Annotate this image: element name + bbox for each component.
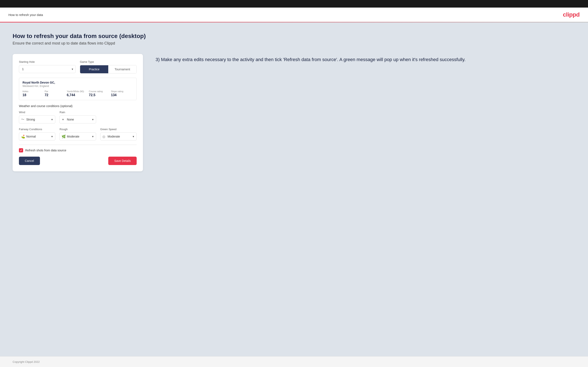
green-speed-label: Green Speed [100, 128, 137, 131]
starting-hole-select[interactable]: 1 [19, 65, 76, 73]
rain-label: Rain [60, 111, 96, 114]
header-title: How to refresh your data [9, 13, 43, 17]
rain-select[interactable]: None [60, 116, 96, 124]
course-info-box: Royal North Devon GC, Westward Ho!, Engl… [19, 78, 137, 100]
course-stat-slope-rating: Slope rating 134 [111, 90, 133, 97]
divider [19, 145, 137, 145]
course-location: Westward Ho!, England [23, 85, 133, 88]
green-speed-select-wrapper: ◎ Moderate [100, 133, 137, 141]
starting-hole-group: Starting Hole 1 [19, 60, 76, 74]
rain-group: Rain ✦ None [60, 111, 96, 124]
instruction-text: 3) Make any extra edits necessary to the… [156, 56, 575, 63]
rough-group: Rough 🌿 Moderate [60, 128, 96, 141]
rough-select[interactable]: Moderate [60, 133, 96, 141]
wind-label: Wind [19, 111, 55, 114]
wind-group: Wind 〜 Strong [19, 111, 55, 124]
cancel-button[interactable]: Cancel [19, 157, 40, 165]
game-type-label: Game Type [80, 60, 137, 63]
course-stat-holes: Holes 18 [23, 90, 44, 97]
fairway-select-wrapper: ⛳ Normal [19, 133, 55, 141]
fairway-label: Fairway Conditions [19, 128, 55, 131]
starting-hole-label: Starting Hole [19, 60, 76, 63]
top-bar [0, 0, 588, 8]
game-type-buttons: Practice Tournament [80, 65, 137, 74]
tournament-button[interactable]: Tournament [108, 65, 137, 73]
footer: Copyright Clippd 2022 [0, 356, 588, 367]
course-stat-holes-value: 18 [23, 93, 44, 97]
form-row-wind-rain: Wind 〜 Strong Rain ✦ None [19, 111, 137, 124]
practice-button[interactable]: Practice [80, 65, 108, 73]
course-stat-yards: Yards/White (M)) 6,744 [67, 90, 89, 97]
course-stat-course-rating: Course rating 72.5 [89, 90, 111, 97]
save-button[interactable]: Save Details [108, 157, 137, 165]
wind-select[interactable]: Strong [19, 116, 55, 124]
course-stat-yards-value: 6,744 [67, 93, 89, 97]
logo: clippd [563, 11, 579, 18]
course-stat-course-rating-label: Course rating [89, 90, 111, 92]
conditions-title: Weather and course conditions (optional) [19, 104, 137, 108]
fairway-group: Fairway Conditions ⛳ Normal [19, 128, 55, 141]
rain-select-wrapper: ✦ None [60, 116, 96, 124]
refresh-checkbox[interactable] [19, 148, 23, 152]
rough-select-wrapper: 🌿 Moderate [60, 133, 96, 141]
form-card: Starting Hole 1 Game Type Practice Tourn… [13, 54, 143, 171]
button-row: Cancel Save Details [19, 157, 137, 165]
course-stat-slope-rating-label: Slope rating [111, 90, 133, 92]
course-stat-holes-label: Holes [23, 90, 44, 92]
course-stat-par-label: Par [44, 90, 67, 92]
header: How to refresh your data clippd [0, 8, 588, 22]
green-speed-group: Green Speed ◎ Moderate [100, 128, 137, 141]
course-stat-par-value: 72 [44, 93, 67, 97]
page-subheading: Ensure the correct and most up to date d… [13, 41, 575, 46]
refresh-checkbox-label: Refresh shots from data source [25, 149, 66, 152]
fairway-select[interactable]: Normal [19, 133, 55, 141]
page-heading: How to refresh your data from source (de… [13, 33, 575, 40]
form-row-top: Starting Hole 1 Game Type Practice Tourn… [19, 60, 137, 74]
wind-select-wrapper: 〜 Strong [19, 116, 55, 124]
green-speed-select[interactable]: Moderate [100, 133, 137, 141]
game-type-group: Game Type Practice Tournament [80, 60, 137, 74]
course-stat-course-rating-value: 72.5 [89, 93, 111, 97]
content-area: Starting Hole 1 Game Type Practice Tourn… [13, 54, 575, 171]
course-stat-slope-rating-value: 134 [111, 93, 133, 97]
footer-copyright: Copyright Clippd 2022 [13, 360, 40, 363]
course-stat-yards-label: Yards/White (M)) [67, 90, 89, 92]
main-content: How to refresh your data from source (de… [0, 22, 588, 356]
form-row-conditions: Fairway Conditions ⛳ Normal Rough 🌿 Mode… [19, 128, 137, 141]
course-name: Royal North Devon GC, [23, 81, 133, 84]
starting-hole-select-wrapper: 1 [19, 65, 76, 73]
course-stats: Holes 18 Par 72 Yards/White (M)) 6,744 C… [23, 90, 133, 97]
instruction-panel: 3) Make any extra edits necessary to the… [156, 54, 575, 63]
refresh-checkbox-row[interactable]: Refresh shots from data source [19, 148, 137, 152]
rough-label: Rough [60, 128, 96, 131]
course-stat-par: Par 72 [44, 90, 67, 97]
